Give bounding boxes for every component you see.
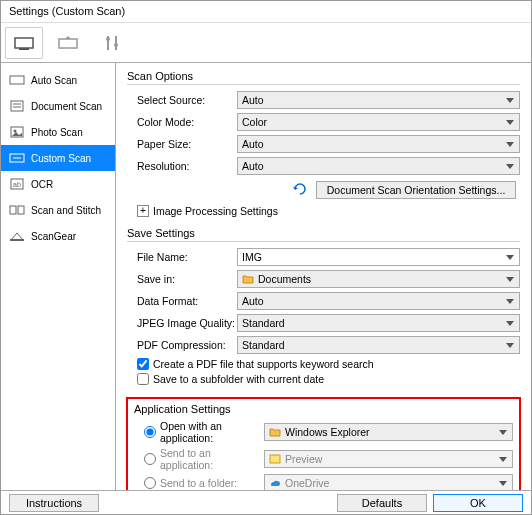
sidebar-item-scan-stitch[interactable]: Scan and Stitch [1,197,115,223]
svg-rect-2 [59,39,77,48]
sidebar-item-ocr[interactable]: ab OCR [1,171,115,197]
image-processing-expander[interactable]: + Image Processing Settings [137,205,520,217]
auto-scan-icon [9,73,25,87]
settings-window: Settings (Custom Scan) Auto Scan Documen… [0,0,532,515]
sidebar-item-custom-scan[interactable]: Custom Scan [1,145,115,171]
select-source-label: Select Source: [127,94,237,106]
send-to-app-radio[interactable] [144,453,156,465]
sidebar-item-label: Auto Scan [31,75,77,86]
output-tab-icon[interactable] [49,27,87,59]
save-in-label: Save in: [127,273,237,285]
svg-rect-20 [270,455,280,463]
paper-size-label: Paper Size: [127,138,237,150]
save-settings-title: Save Settings [127,227,520,242]
application-settings-group: Application Settings Open with an applic… [126,397,521,490]
application-settings-title: Application Settings [134,403,513,417]
scangear-icon [9,229,25,243]
preview-icon [269,453,281,465]
sidebar-item-label: Document Scan [31,101,102,112]
pdf-compression-dropdown[interactable]: Standard [237,336,520,354]
sidebar-item-label: Scan and Stitch [31,205,101,216]
orientation-settings-button[interactable]: Document Scan Orientation Settings... [316,181,516,199]
sidebar-item-label: ScanGear [31,231,76,242]
onedrive-icon [269,477,281,489]
sidebar-item-label: Photo Scan [31,127,83,138]
orientation-refresh-icon[interactable] [292,182,310,198]
open-with-app-dropdown[interactable]: Windows Explorer [264,423,513,441]
sidebar: Auto Scan Document Scan Photo Scan Custo… [1,63,116,490]
plus-icon: + [137,205,149,217]
scan-options-title: Scan Options [127,70,520,85]
subfolder-date-label: Save to a subfolder with current date [153,373,324,385]
color-mode-dropdown[interactable]: Color [237,113,520,131]
file-name-label: File Name: [127,251,237,263]
data-format-label: Data Format: [127,295,237,307]
document-scan-icon [9,99,25,113]
resolution-dropdown[interactable]: Auto [237,157,520,175]
svg-rect-0 [15,38,33,48]
paper-size-dropdown[interactable]: Auto [237,135,520,153]
instructions-button[interactable]: Instructions [9,494,99,512]
ocr-icon: ab [9,177,25,191]
footer: Instructions Defaults OK [1,490,531,514]
explorer-icon [269,426,281,438]
file-name-input[interactable]: IMG [237,248,520,266]
select-source-dropdown[interactable]: Auto [237,91,520,109]
scanner-tab-icon[interactable] [5,27,43,59]
svg-rect-8 [11,101,23,111]
pdf-compression-label: PDF Compression: [127,339,237,351]
open-with-app-radio[interactable] [144,426,156,438]
tools-tab-icon[interactable] [93,27,131,59]
svg-point-5 [106,37,110,41]
svg-text:ab: ab [13,181,21,188]
send-to-app-dropdown[interactable]: Preview [264,450,513,468]
defaults-button[interactable]: Defaults [337,494,427,512]
resolution-label: Resolution: [127,160,237,172]
svg-rect-19 [10,239,24,241]
subfolder-date-checkbox[interactable] [137,373,149,385]
pdf-keyword-label: Create a PDF file that supports keyword … [153,358,374,370]
pdf-keyword-checkbox[interactable] [137,358,149,370]
sidebar-item-label: Custom Scan [31,153,91,164]
sidebar-item-auto-scan[interactable]: Auto Scan [1,67,115,93]
save-in-dropdown[interactable]: Documents [237,270,520,288]
svg-point-6 [114,43,118,47]
data-format-dropdown[interactable]: Auto [237,292,520,310]
scan-options-group: Scan Options Select Source: Auto Color M… [126,69,521,218]
svg-rect-17 [10,206,16,214]
jpeg-quality-dropdown[interactable]: Standard [237,314,520,332]
ok-button[interactable]: OK [433,494,523,512]
color-mode-label: Color Mode: [127,116,237,128]
jpeg-quality-label: JPEG Image Quality: [127,317,237,329]
sidebar-item-photo-scan[interactable]: Photo Scan [1,119,115,145]
scan-stitch-icon [9,203,25,217]
body: Auto Scan Document Scan Photo Scan Custo… [1,63,531,490]
folder-icon [242,273,254,285]
send-to-folder-dropdown[interactable]: OneDrive [264,474,513,490]
svg-rect-1 [19,48,29,50]
sidebar-item-scangear[interactable]: ScanGear [1,223,115,249]
sidebar-item-label: OCR [31,179,53,190]
svg-rect-18 [18,206,24,214]
svg-rect-7 [10,76,24,84]
photo-scan-icon [9,125,25,139]
save-settings-group: Save Settings File Name: IMG Save in: Do… [126,226,521,389]
window-title: Settings (Custom Scan) [1,1,531,23]
top-toolbar [1,23,531,63]
send-to-folder-radio[interactable] [144,477,156,489]
sidebar-item-document-scan[interactable]: Document Scan [1,93,115,119]
main-panel: Scan Options Select Source: Auto Color M… [116,63,531,490]
custom-scan-icon [9,151,25,165]
